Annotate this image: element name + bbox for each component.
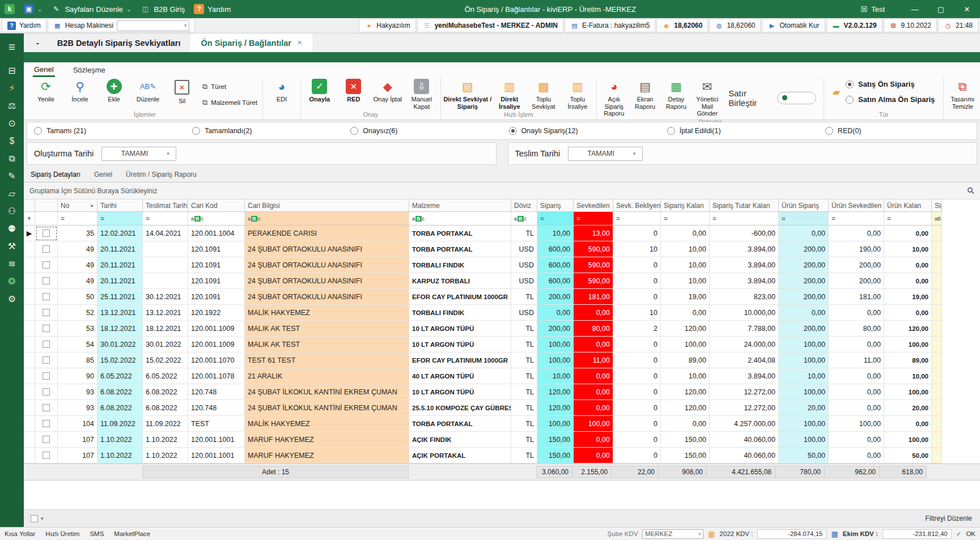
column-header-sip[interactable]: Sip [932, 199, 942, 212]
d-zenle-button[interactable]: AB✎Düzenle [131, 78, 165, 104]
row-checkbox[interactable] [43, 452, 50, 459]
row-checkbox-cell[interactable] [35, 416, 58, 432]
row-checkbox[interactable] [43, 356, 50, 364]
row-checkbox[interactable] [43, 341, 50, 348]
filter-cell-sip[interactable]: aB [932, 212, 942, 226]
radio-sat-n-sipari[interactable]: Satış Ön Sipariş [846, 80, 935, 88]
tasar-m-temizle-button[interactable]: ⧉Tasarımı Temizle [945, 78, 979, 111]
merge-rows-toggle[interactable] [777, 92, 816, 104]
t-ret-button[interactable]: ⧉Türet [202, 82, 257, 91]
date-filter-select-olu-turma-tarihi[interactable]: TAMAMI▾ [101, 147, 176, 161]
status-filter-i-ptal-edildi-1[interactable]: İptal Edildi(1) [660, 127, 818, 135]
filter-cell-indicator[interactable]: ▼ [24, 212, 35, 226]
filter-cell-siparis[interactable]: = [537, 212, 574, 226]
edi-button[interactable]: ◕EDI [265, 78, 299, 104]
row-checkbox-cell[interactable] [35, 305, 58, 321]
ekran-raporu-button[interactable]: ▤Ekran Raporu [630, 78, 661, 111]
row-checkbox[interactable] [43, 245, 50, 253]
row-checkbox-cell[interactable] [35, 352, 58, 368]
sidebar-item-files[interactable]: ▱ [0, 185, 24, 202]
toplu-i-rsaliye-button[interactable]: ▥Toplu İrsaliye [561, 78, 595, 111]
filter-cell-urun_siparis[interactable]: = [779, 212, 829, 226]
i-ncele-button[interactable]: ⚲İncele [63, 78, 97, 104]
row-checkbox[interactable] [43, 229, 50, 237]
column-header-urun_kalan[interactable]: Ürün Kalan [884, 199, 932, 212]
column-header-siparis_kalan[interactable]: Sipariş Kalan [661, 199, 710, 212]
view-tab-sipari-detaylar[interactable]: Sipariş Detayları [31, 171, 80, 178]
filter-cell-no[interactable]: = [58, 212, 97, 226]
ribbon-tab-genel[interactable]: Genel [33, 65, 55, 77]
maximize-button[interactable]: ▢ [928, 2, 954, 17]
calculator-button[interactable]: ▦Hesap Makinesi▾ [48, 19, 195, 32]
minimize-button[interactable]: — [902, 2, 928, 17]
row-checkbox-cell[interactable] [35, 432, 58, 448]
column-header-tarihi[interactable]: Tarihi [97, 199, 143, 212]
column-header-doviz[interactable]: Döviz [511, 199, 537, 212]
eur-rate[interactable]: ◍18,62060 [709, 19, 761, 32]
column-header-urun_sevkedilen[interactable]: Ürün Sevkedilen [829, 199, 884, 212]
filter-cell-checkbox[interactable] [35, 212, 58, 226]
row-checkbox-cell[interactable] [35, 384, 58, 400]
status-filter-onays-z-6[interactable]: Onaysız(6) [343, 127, 502, 135]
sidebar-item-panel[interactable]: ⊟ [0, 62, 24, 79]
row-checkbox[interactable] [43, 261, 50, 269]
malzemeli-t-ret-button[interactable]: ⧉Malzemeli Türet [202, 98, 257, 107]
column-header-siparis[interactable]: Sipariş [537, 199, 574, 212]
direkt-i-rsaliye-button[interactable]: ▥Direkt İrsaliye [493, 78, 527, 111]
row-checkbox[interactable] [43, 420, 50, 427]
sidebar-item-energy[interactable]: ⚡ [0, 79, 24, 97]
date-filter-select-teslim-tarihi[interactable]: TAMAMI▾ [568, 147, 643, 161]
menu-toggle[interactable]: ≡ [0, 37, 24, 57]
search-icon[interactable]: ⚲ [965, 185, 977, 197]
doc-tab-b2b-detayl-sipari-sevkiyatlar[interactable]: B2B Detaylı Sipariş Sevkiyatları [47, 33, 191, 52]
row-checkbox-cell[interactable] [35, 273, 58, 289]
direkt-sevkiyat-sipari-button[interactable]: ▧Direkt Sevkiyat / Sipariş [443, 78, 493, 111]
filter-cell-urun_sevkedilen[interactable]: = [829, 212, 884, 226]
filter-cell-cari_kod[interactable]: aBc [188, 212, 245, 226]
help-menu-button[interactable]: ?Yardım [194, 4, 231, 14]
app-logo[interactable]: k [5, 4, 15, 14]
filter-cell-tarihi[interactable]: = [97, 212, 143, 226]
column-header-indicator[interactable] [24, 199, 35, 212]
shortcut-h-zl-retim[interactable]: Hızlı Üretim [45, 530, 79, 537]
row-checkbox-cell[interactable] [35, 257, 58, 273]
column-header-checkbox[interactable] [35, 199, 58, 212]
sidebar-item-cash[interactable]: $ [0, 132, 24, 150]
sidebar-item-eco[interactable]: ❂ [0, 273, 24, 290]
sidebar-item-vendor[interactable]: ≋ [0, 255, 24, 273]
manuel-kapat-button[interactable]: ⇩Manuel Kapat [405, 78, 439, 111]
sil-button[interactable]: ✕Sil [165, 78, 199, 106]
filter-cell-urun_kalan[interactable]: = [884, 212, 932, 226]
toplu-sevkiyat-button[interactable]: ▩Toplu Sevkiyat [527, 78, 561, 111]
branch-vat-select[interactable]: MERKEZ ▾ [642, 529, 703, 539]
row-checkbox[interactable] [43, 436, 50, 443]
filter-cell-sevkedilen[interactable]: = [574, 212, 613, 226]
detay-raporu-button[interactable]: ▦Detay Raporu [661, 78, 692, 111]
edit-filter-link[interactable]: Filtreyi Düzenle [925, 515, 972, 522]
status-filter-tamam-21[interactable]: Tamamı (21) [27, 127, 185, 135]
shortcut-sms[interactable]: SMS [90, 530, 104, 537]
edit-pages-button[interactable]: ✎Sayfaları Düzenle⌄ [51, 4, 131, 14]
onayla-button[interactable]: ✓Onayla [303, 78, 337, 104]
footer-checkbox[interactable] [31, 515, 38, 522]
help-button[interactable]: ?Yardım [2, 19, 46, 32]
column-header-cari_bilgisi[interactable]: Cari Bilgisi [245, 199, 409, 212]
doc-tab-dash[interactable]: - [28, 33, 47, 52]
row-checkbox[interactable] [43, 325, 50, 332]
shortcut-k-sa-yollar[interactable]: Kısa Yollar [5, 530, 35, 537]
sidebar-item-delivery[interactable]: ⊙ [0, 114, 24, 132]
radio-sat-n-alma-n-sipari[interactable]: Satın Alma Ön Sipariş [846, 95, 935, 104]
status-filter-red-0[interactable]: RED(0) [818, 127, 977, 135]
office-menu[interactable]: ▣⌄ [24, 4, 42, 14]
row-checkbox-cell[interactable] [35, 321, 58, 337]
row-checkbox-cell[interactable] [35, 368, 58, 384]
filter-cell-teslimat[interactable]: = [143, 212, 188, 226]
auto-rate-button[interactable]: ▶Otomatik Kur [762, 19, 825, 32]
onay-i-ptal-button[interactable]: ◆Onay İptal [371, 78, 405, 104]
y-netici-mail-g-nder-button[interactable]: ✉Yönetici Mail Gönder [691, 78, 723, 118]
b2b-login-button[interactable]: ◫B2B Giriş [140, 4, 185, 14]
filter-cell-siparis_kalan[interactable]: = [661, 212, 710, 226]
column-header-malzeme[interactable]: Malzeme [409, 199, 511, 212]
sidebar-item-balance[interactable]: ⚖ [0, 97, 24, 114]
row-checkbox[interactable] [43, 388, 50, 396]
